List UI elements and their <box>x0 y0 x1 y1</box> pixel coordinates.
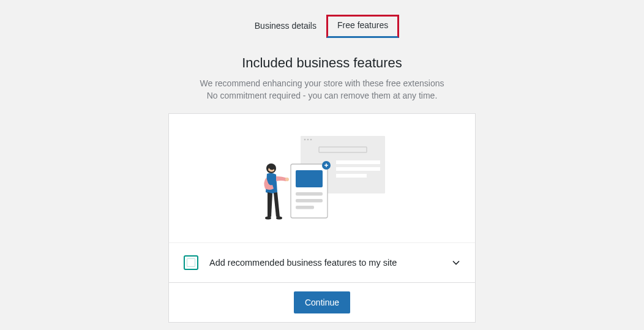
svg-point-1 <box>304 138 306 140</box>
illustration-svg <box>258 132 386 224</box>
tab-label: Free features <box>337 20 388 30</box>
svg-rect-5 <box>336 160 380 164</box>
illustration <box>169 114 475 242</box>
svg-point-2 <box>307 138 309 140</box>
svg-rect-15 <box>296 206 314 209</box>
page-subtext: We recommend enhancing your store with t… <box>200 77 444 102</box>
svg-point-18 <box>265 216 271 219</box>
tab-label: Business details <box>255 21 316 31</box>
subtext-line: No commitment required - you can remove … <box>200 89 444 102</box>
button-label: Continue <box>305 298 339 307</box>
page-container: Business details Free features Included … <box>0 0 644 323</box>
svg-point-3 <box>310 138 312 140</box>
option-row: Add recommended business features to my … <box>169 242 475 282</box>
svg-rect-13 <box>296 192 323 196</box>
tab-free-features[interactable]: Free features <box>326 15 399 38</box>
svg-rect-12 <box>296 170 323 187</box>
svg-rect-6 <box>336 167 380 171</box>
chevron-down-icon[interactable] <box>452 258 460 267</box>
page-title: Included business features <box>242 55 402 71</box>
subtext-line: We recommend enhancing your store with t… <box>200 77 444 89</box>
svg-point-17 <box>285 178 289 181</box>
svg-point-19 <box>276 216 282 219</box>
card-footer: Continue <box>169 282 475 322</box>
svg-rect-7 <box>336 174 367 178</box>
tab-business-details[interactable]: Business details <box>245 15 326 38</box>
continue-button[interactable]: Continue <box>294 291 350 313</box>
svg-rect-14 <box>296 199 323 203</box>
tabs: Business details Free features <box>245 15 399 38</box>
option-label: Add recommended business features to my … <box>209 258 441 268</box>
checkbox-add-features[interactable] <box>184 255 198 270</box>
features-card: Add recommended business features to my … <box>168 113 476 323</box>
